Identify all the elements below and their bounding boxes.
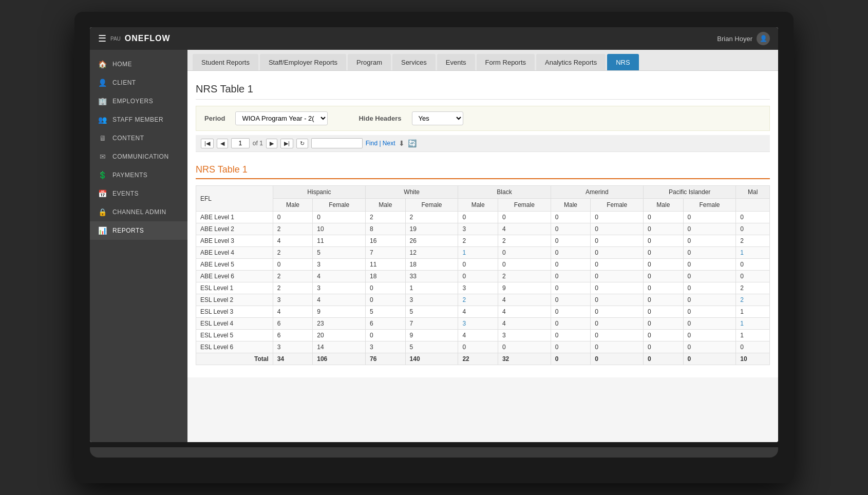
- sidebar-item-staff[interactable]: 👥 STAFF MEMBER: [90, 110, 187, 129]
- black-header: Black: [458, 186, 551, 199]
- sidebar-item-employers[interactable]: 🏢 EMPLOYERS: [90, 92, 187, 110]
- hisp-female-cell: 14: [313, 341, 366, 353]
- filters-row: Period WIOA Program Year - 2( Hide Heade…: [196, 106, 770, 131]
- white-female-cell: 3: [405, 294, 458, 306]
- tab-student-reports[interactable]: Student Reports: [193, 54, 258, 70]
- white-female-cell: 2: [405, 212, 458, 223]
- black-female-cell: 3: [498, 330, 551, 341]
- white-female-cell: 33: [405, 271, 458, 282]
- total-label-cell: Total: [196, 353, 273, 365]
- tab-program[interactable]: Program: [348, 54, 391, 70]
- first-page-button[interactable]: |◀: [201, 139, 214, 148]
- next-page-button[interactable]: ▶: [266, 139, 277, 148]
- efl-cell: ABE Level 4: [196, 247, 273, 259]
- hisp-male-cell: 2: [273, 271, 313, 282]
- black-male-cell: 1: [458, 247, 498, 259]
- table-row: ESL Level 1 2 3 0 1 3 9 0 0 0 0 2: [196, 282, 770, 294]
- hisp-male-cell: 0: [273, 259, 313, 271]
- pac-female-cell: 0: [683, 212, 736, 223]
- pac-male-cell: 0: [644, 212, 684, 223]
- prev-page-button[interactable]: ◀: [217, 139, 228, 148]
- payments-icon: 💲: [98, 171, 107, 179]
- export-icon[interactable]: ⬇: [399, 139, 405, 147]
- white-male-cell: 11: [366, 259, 406, 271]
- table-row: ABE Level 1 0 0 2 2 0 0 0 0 0 0 0: [196, 212, 770, 223]
- sidebar-item-payments[interactable]: 💲 PAYMENTS: [90, 166, 187, 184]
- hisp-male-cell: 3: [273, 294, 313, 306]
- nrs-section-title: NRS Table 1: [196, 164, 770, 179]
- sidebar-item-content[interactable]: 🖥 CONTENT: [90, 129, 187, 147]
- pac-female-cell: 0: [683, 318, 736, 330]
- hide-headers-select[interactable]: Yes No: [412, 111, 463, 125]
- sidebar-item-communication[interactable]: ✉ COMMUNICATION: [90, 147, 187, 166]
- last-page-button[interactable]: ▶|: [280, 139, 293, 148]
- total-black-m: 22: [458, 353, 498, 365]
- efl-cell: ABE Level 1: [196, 212, 273, 223]
- page-number-input[interactable]: [231, 138, 250, 148]
- black-female-cell: 0: [498, 341, 551, 353]
- black-female-cell: 0: [498, 247, 551, 259]
- white-male-cell: 2: [366, 212, 406, 223]
- sidebar-label-channel-admin: CHANNEL ADMIN: [112, 208, 166, 216]
- hisp-male-cell: 0: [273, 212, 313, 223]
- pac-male-cell: 0: [644, 235, 684, 247]
- white-male-cell: 6: [366, 318, 406, 330]
- sidebar-item-reports[interactable]: 📊 REPORTS: [90, 221, 187, 240]
- sidebar-label-client: CLIENT: [112, 79, 136, 86]
- table-row: ESL Level 3 4 9 5 5 4 4 0 0 0 0 1: [196, 306, 770, 318]
- report-container: NRS Table 1 Period WIOA Program Year - 2…: [187, 71, 778, 377]
- search-input[interactable]: [311, 138, 363, 148]
- pac-female-cell: 0: [683, 341, 736, 353]
- logo-prefix: PAU: [110, 36, 121, 42]
- table-row: ESL Level 4 6 23 6 7 3 4 0 0 0 0 1: [196, 318, 770, 330]
- sidebar: 🏠 HOME 👤 CLIENT 🏢 EMPLOYERS 👥 STAFF MEMB…: [90, 50, 187, 442]
- tab-form-reports[interactable]: Form Reports: [477, 54, 535, 70]
- sidebar-item-channel-admin[interactable]: 🔒 CHANNEL ADMIN: [90, 203, 187, 221]
- user-area: Brian Hoyer 👤: [717, 32, 770, 45]
- black-male-cell: 3: [458, 282, 498, 294]
- black-female-cell: 4: [498, 306, 551, 318]
- print-icon[interactable]: 🔄: [408, 139, 417, 147]
- black-female-cell: 4: [498, 223, 551, 235]
- tab-nrs[interactable]: NRS: [607, 54, 638, 70]
- refresh-button[interactable]: ↻: [296, 139, 308, 148]
- amerind-female-cell: 0: [591, 282, 644, 294]
- white-female-cell: 19: [405, 223, 458, 235]
- user-avatar[interactable]: 👤: [757, 32, 770, 45]
- total-amerind-f: 0: [591, 353, 644, 365]
- amerind-male-cell: 0: [551, 306, 591, 318]
- pac-male-cell: 0: [644, 341, 684, 353]
- period-select[interactable]: WIOA Program Year - 2(: [235, 111, 328, 125]
- black-male-cell: 3: [458, 223, 498, 235]
- hisp-female-cell: 9: [313, 306, 366, 318]
- amerind-female-cell: 0: [591, 294, 644, 306]
- staff-icon: 👥: [98, 116, 107, 124]
- sidebar-item-events[interactable]: 📅 EVENTS: [90, 184, 187, 203]
- tab-services[interactable]: Services: [392, 54, 436, 70]
- tab-analytics-reports[interactable]: Analytics Reports: [536, 54, 606, 70]
- tab-events[interactable]: Events: [437, 54, 475, 70]
- amerind-female-cell: 0: [591, 259, 644, 271]
- pac-female-cell: 0: [683, 294, 736, 306]
- sidebar-item-home[interactable]: 🏠 HOME: [90, 55, 187, 73]
- hamburger-menu[interactable]: ☰: [98, 33, 106, 44]
- find-next-link[interactable]: Find | Next: [366, 140, 395, 147]
- sidebar-label-staff: STAFF MEMBER: [112, 116, 163, 123]
- black-female-cell: 4: [498, 318, 551, 330]
- white-header: White: [366, 186, 458, 199]
- table-row: ABE Level 6 2 4 18 33 0 2 0 0 0 0 0: [196, 271, 770, 282]
- table-row: ESL Level 6 3 14 3 5 0 0 0 0 0 0 0: [196, 341, 770, 353]
- white-male-cell: 16: [366, 235, 406, 247]
- period-label: Period: [204, 115, 225, 122]
- sidebar-item-client[interactable]: 👤 CLIENT: [90, 73, 187, 92]
- client-icon: 👤: [98, 79, 107, 87]
- reports-icon: 📊: [98, 226, 107, 235]
- nrs-section: NRS Table 1 EFL Hispanic White Black Ame…: [196, 160, 770, 369]
- efl-cell: ESL Level 6: [196, 341, 273, 353]
- tab-staff-employer-reports[interactable]: Staff/Employer Reports: [260, 54, 346, 70]
- hisp-female-cell: 23: [313, 318, 366, 330]
- pac-female-cell: 0: [683, 247, 736, 259]
- white-male-cell: 0: [366, 294, 406, 306]
- black-male-header: Male: [458, 199, 498, 212]
- amerind-male-cell: 0: [551, 294, 591, 306]
